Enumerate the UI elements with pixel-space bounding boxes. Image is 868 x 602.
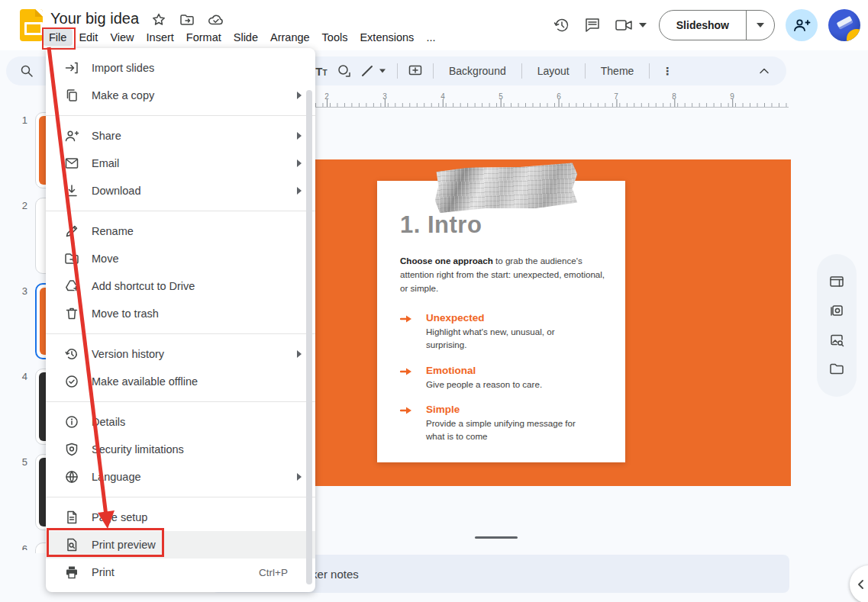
email-icon [64, 156, 79, 171]
menu-scrollbar[interactable] [306, 90, 312, 584]
rename-pencil-icon [64, 224, 79, 239]
bullet-item: Unexpected Highlight what's new, unusual… [400, 312, 604, 352]
menu-extensions[interactable]: Extensions [353, 29, 420, 46]
trash-icon [64, 306, 79, 321]
menu-item-security-limitations[interactable]: Security limitations [46, 436, 315, 463]
toolbar-divider [521, 63, 522, 79]
move-folder-icon[interactable] [179, 12, 195, 27]
comment-icon [583, 16, 602, 34]
menu-item-print[interactable]: Print Ctrl+P [46, 559, 315, 586]
security-shield-icon [64, 442, 79, 457]
file-menu-dropdown: Import slides Make a copy Share Email Do… [46, 48, 315, 592]
slideshow-dropdown-button[interactable] [746, 11, 774, 40]
search-menus-button[interactable] [15, 60, 38, 82]
version-history-button[interactable] [552, 15, 572, 35]
menu-file[interactable]: File [43, 29, 73, 46]
submenu-arrow-icon [297, 187, 302, 195]
menu-item-label: Download [92, 185, 141, 197]
chevron-up-icon [759, 67, 770, 75]
photos-icon[interactable] [828, 302, 845, 319]
download-icon [64, 183, 79, 198]
slide-number-6: 6 [14, 543, 27, 550]
slide-text-card[interactable]: 1. Intro Choose one approach to grab the… [377, 181, 625, 462]
cloud-saved-icon[interactable] [208, 12, 224, 27]
menu-item-rename[interactable]: Rename [46, 217, 315, 245]
menu-item-label: Make available offline [92, 375, 198, 388]
menu-item-label: Print preview [92, 539, 156, 551]
menu-item-import-slides[interactable]: Import slides [46, 54, 315, 82]
print-icon [64, 565, 79, 580]
more-options-button[interactable]: ⋮ [656, 60, 679, 82]
menu-item-version-history[interactable]: Version history [46, 340, 315, 368]
share-button[interactable] [786, 9, 818, 41]
menu-item-make-a-copy[interactable]: Make a copy [46, 82, 315, 109]
side-panel [817, 254, 857, 397]
toolbar-divider [649, 63, 650, 79]
menu-item-email[interactable]: Email [46, 150, 315, 177]
menu-insert[interactable]: Insert [140, 29, 180, 46]
menu-tools[interactable]: Tools [316, 29, 354, 46]
menu-overflow[interactable]: ... [420, 29, 441, 46]
menu-format[interactable]: Format [180, 29, 227, 46]
menu-item-label: Page setup [92, 511, 147, 523]
menu-item-print-preview[interactable]: Print preview [46, 531, 315, 559]
layout-button[interactable]: Layout [528, 65, 579, 77]
bullet-desc: Highlight what's new, unusual, or surpri… [426, 325, 590, 352]
image-search-icon[interactable] [828, 332, 845, 349]
menu-item-label: Security limitations [92, 443, 184, 456]
chevron-down-icon [639, 23, 647, 27]
ruler-number: 2 [324, 92, 329, 101]
menu-item-move-to-trash[interactable]: Move to trash [46, 300, 315, 327]
folder-icon[interactable] [828, 361, 845, 378]
collapse-panel-button[interactable] [850, 565, 868, 602]
top-bar: Your big idea File Edit View Insert Form… [0, 0, 868, 50]
menu-divider [46, 401, 315, 402]
line-icon [360, 64, 374, 78]
menu-item-share[interactable]: Share [46, 122, 315, 150]
menu-item-label: Add shortcut to Drive [92, 280, 195, 292]
import-slides-icon [64, 60, 79, 76]
menu-item-page-setup[interactable]: Page setup [46, 504, 315, 531]
menu-slide[interactable]: Slide [227, 29, 264, 46]
document-title[interactable]: Your big idea [50, 10, 139, 27]
copy-icon [64, 88, 79, 103]
menu-item-download[interactable]: Download [46, 177, 315, 204]
account-avatar[interactable] [828, 9, 860, 41]
bullet-desc: Give people a reason to care. [426, 378, 590, 391]
menu-view[interactable]: View [104, 29, 140, 46]
meet-button[interactable] [613, 15, 648, 35]
line-dropdown-icon[interactable] [379, 69, 386, 73]
menu-edit[interactable]: Edit [73, 29, 104, 46]
menu-item-add-shortcut-to-drive[interactable]: Add shortcut to Drive [46, 272, 315, 300]
menu-item-details[interactable]: Details [46, 408, 315, 436]
add-comment-button[interactable] [404, 60, 427, 82]
more-vert-icon: ⋮ [662, 67, 673, 75]
menu-item-make-available-offline[interactable]: Make available offline [46, 368, 315, 395]
toolbar-divider [397, 63, 398, 79]
slideshow-button[interactable]: Slideshow [660, 11, 746, 40]
menu-item-language[interactable]: Language [46, 463, 315, 491]
bullet-arrow-icon [400, 404, 426, 443]
hide-menus-button[interactable] [759, 64, 770, 78]
menu-arrange[interactable]: Arrange [264, 29, 316, 46]
submenu-arrow-icon [297, 132, 302, 140]
add-comment-icon [408, 63, 423, 79]
slide-heading: 1. Intro [400, 211, 604, 239]
line-button[interactable] [356, 60, 379, 82]
shape-button[interactable] [333, 60, 356, 82]
bullet-title: Unexpected [426, 312, 590, 324]
menu-item-label: Email [92, 157, 119, 169]
menu-item-move[interactable]: Move [46, 245, 315, 272]
comments-button[interactable] [582, 15, 602, 35]
slides-logo-icon[interactable] [20, 9, 43, 41]
menu-item-label: Print [92, 566, 115, 578]
slideshow-split-button: Slideshow [659, 10, 775, 40]
notes-resize-handle[interactable] [475, 536, 518, 539]
star-icon[interactable] [151, 12, 166, 27]
background-button[interactable]: Background [440, 65, 515, 77]
menu-bar: File Edit View Insert Format Slide Arran… [43, 29, 441, 46]
theme-button[interactable]: Theme [592, 65, 644, 77]
calendar-tasks-icon[interactable] [828, 273, 845, 290]
toolbar-divider [585, 63, 586, 79]
menu-item-label: Details [92, 416, 125, 428]
